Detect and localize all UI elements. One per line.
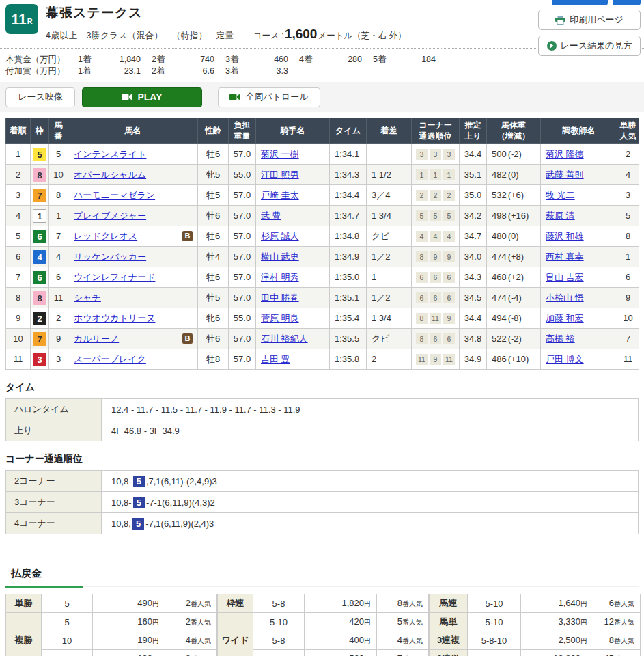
corner4-label: 4コーナー <box>6 513 102 534</box>
margin-cell: クビ <box>367 329 412 349</box>
waku-badge: 5 <box>33 148 46 161</box>
trainer-cell: 小桧山 悟 <box>541 288 617 308</box>
wakuren-number: 5-8 <box>253 594 305 613</box>
result-row: 922ホウオウカトリーヌ牝655.0菅原 明良1:35.41 3/4811934… <box>6 308 639 329</box>
sex-age-cell: 牡6 <box>198 226 229 247</box>
corner-position-box: 1 <box>430 169 441 180</box>
agari-cell: 34.5 <box>460 288 487 308</box>
horse-weight-diff: (-4) <box>508 292 522 303</box>
trainer-link[interactable]: 加藤 和宏 <box>546 313 584 323</box>
payout-table-2: 枠連 5-8 1,820円 8番人気 ワイド 5-10 420円 5番人気 5-… <box>217 594 429 656</box>
load-cell: 57.0 <box>229 288 256 308</box>
top-blue-button-2[interactable] <box>613 0 641 5</box>
jockey-cell: 横山 武史 <box>256 247 330 267</box>
horse-name-link[interactable]: スーパーブレイク <box>74 353 195 366</box>
horse-name-link[interactable]: ウインレフィナード <box>74 271 195 284</box>
horse-name-link[interactable]: オパールシャルム <box>74 169 195 181</box>
horse-weight-diff: (+16) <box>508 210 529 221</box>
sanrenpuku-label: 3連複 <box>430 631 468 650</box>
trainer-link[interactable]: 畠山 吉宏 <box>546 272 584 282</box>
horse-name-link[interactable]: ブレイブメジャー <box>74 210 195 222</box>
highlighted-horse: 5 <box>133 497 145 508</box>
trainer-link[interactable]: 藤沢 和雄 <box>546 231 584 241</box>
rank-cell: 1 <box>6 144 31 165</box>
payout-table-1: 単勝 5 490円 2番人気 複勝 5 160円 2番人気 10 190円 4番… <box>5 594 217 656</box>
jockey-link[interactable]: 横山 武史 <box>261 251 299 262</box>
waku-cell: 8 <box>31 165 49 185</box>
fukusho-favorite: 3番人気 <box>165 650 217 656</box>
corner-position-box: 2 <box>430 190 441 201</box>
horse-weight-cell: 500(-2) <box>487 144 541 165</box>
jockey-link[interactable]: 石川 裕紀人 <box>261 333 308 344</box>
waku-badge: 6 <box>33 271 46 284</box>
jockey-link[interactable]: 菅原 明良 <box>261 313 299 323</box>
umatan-label: 馬単 <box>430 613 468 631</box>
horse-name-link[interactable]: レッドクレオス <box>74 230 182 243</box>
fukusho-row: 複勝 5 160円 2番人気 <box>6 613 217 631</box>
course-label: コース : <box>253 30 284 42</box>
horse-weight-diff: (-2) <box>508 333 522 344</box>
race-video-button[interactable]: レース映像 <box>5 87 75 107</box>
trainer-link[interactable]: 菊沢 隆徳 <box>546 149 584 159</box>
patrol-video-button[interactable]: 全周パトロール <box>218 87 320 107</box>
trainer-link[interactable]: 西村 真幸 <box>546 251 584 262</box>
horse-name-link[interactable]: ホウオウカトリーヌ <box>74 312 195 325</box>
corner-position-box: 11 <box>443 354 455 365</box>
horse-name-link[interactable]: ハーモニーマゼラン <box>74 189 195 202</box>
furlong-time-label: ハロンタイム <box>6 399 102 420</box>
umatan-amount: 3,330円 <box>521 613 593 631</box>
horse-name-link[interactable]: シャチ <box>74 292 195 304</box>
agari-cell: 35.0 <box>460 185 487 206</box>
jockey-link[interactable]: 武 豊 <box>261 210 281 221</box>
jockey-link[interactable]: 菊沢 一樹 <box>261 149 299 159</box>
corner-position-box: 9 <box>443 251 455 262</box>
jockey-link[interactable]: 津村 明秀 <box>261 272 299 282</box>
header-time: タイム <box>330 118 367 144</box>
header-waku: 枠 <box>31 118 49 144</box>
result-guide-button[interactable]: レース結果の見方 <box>538 36 641 56</box>
trainer-link[interactable]: 武藤 善則 <box>546 169 584 180</box>
jockey-cell: 田中 勝春 <box>256 288 330 308</box>
video-camera-icon <box>122 93 132 101</box>
tansho-favorite: 2番人気 <box>165 594 217 613</box>
race-number-suffix: R <box>27 17 33 25</box>
video-strip-divider <box>210 85 210 109</box>
sanrenpuku-number: 5-8-10 <box>468 631 521 650</box>
trainer-link[interactable]: 戸田 博文 <box>546 354 584 364</box>
waku-badge: 7 <box>33 332 46 346</box>
prize-place-label: 3着 <box>225 66 250 77</box>
corner-position-box: 6 <box>430 272 441 283</box>
horse-name-link[interactable]: インテンスライト <box>74 148 195 161</box>
horse-name-wrap: スーパーブレイク <box>74 353 195 366</box>
header-horse-weight: 馬体重（増減） <box>487 118 541 144</box>
time-cell: 1:35.5 <box>330 329 367 349</box>
corner-position-box: 1 <box>443 169 455 180</box>
trainer-link[interactable]: 牧 光二 <box>546 190 575 200</box>
prize-place-label: 1着 <box>78 66 102 77</box>
jockey-link[interactable]: 杉原 誠人 <box>261 231 299 241</box>
jockey-link[interactable]: 江田 照男 <box>261 169 299 180</box>
sex-age-cell: 牡8 <box>198 349 229 370</box>
trainer-link[interactable]: 高橋 裕 <box>546 333 575 344</box>
corner4-row: 4コーナー 10,8,5-7,1(6,11,9)(2,4)3 <box>6 513 639 534</box>
corner-position-box: 9 <box>430 354 441 365</box>
play-button[interactable]: PLAY <box>82 87 202 107</box>
payout-section-head: 払戻金 <box>5 567 639 587</box>
trainer-link[interactable]: 萩原 清 <box>546 210 575 221</box>
top-blue-button-1[interactable] <box>552 0 608 5</box>
waku-cell: 6 <box>31 226 49 247</box>
jockey-link[interactable]: 戸崎 圭太 <box>261 190 299 200</box>
trainer-link[interactable]: 小桧山 悟 <box>546 292 584 303</box>
sanrentan-number: 5-10-8 <box>468 650 521 656</box>
trainer-cell: 西村 真幸 <box>541 247 617 267</box>
jockey-link[interactable]: 吉田 豊 <box>261 354 290 364</box>
horse-name-link[interactable]: カルリーノ <box>74 333 182 345</box>
wakuren-amount: 1,820円 <box>305 594 377 613</box>
results-table: 着順 枠 馬番 馬名 性齢 負担重量 騎手名 タイム 着差 コーナー通過順位 推… <box>5 118 639 370</box>
print-page-button[interactable]: 印刷用ページ <box>538 10 641 30</box>
horse-name-link[interactable]: リッケンバッカー <box>74 251 195 263</box>
horse-weight-diff: (+2) <box>508 272 524 282</box>
trainer-cell: 畠山 吉宏 <box>541 267 617 288</box>
jockey-link[interactable]: 田中 勝春 <box>261 292 299 303</box>
rank-cell: 10 <box>6 329 31 349</box>
